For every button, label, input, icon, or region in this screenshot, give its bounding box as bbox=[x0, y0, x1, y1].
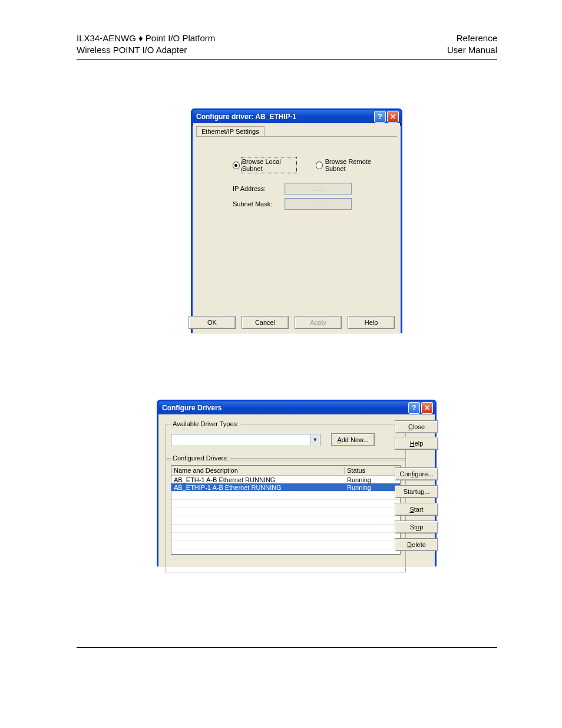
header-left-line1: ILX34-AENWG ♦ Point I/O Platform bbox=[77, 32, 215, 44]
subnet-mask-label: Subnet Mask: bbox=[233, 200, 275, 207]
startup-button[interactable]: Startup... bbox=[395, 485, 438, 498]
configured-drivers-legend: Configured Drivers: bbox=[171, 454, 230, 462]
row-status: Running bbox=[345, 484, 400, 491]
radio-bullet-off-icon bbox=[316, 162, 323, 169]
driver-type-combo[interactable]: ▼ bbox=[171, 434, 320, 446]
ok-button[interactable]: OK bbox=[189, 316, 236, 329]
ip-address-input[interactable]: . . . bbox=[285, 183, 352, 195]
row-status: Running bbox=[345, 476, 400, 483]
available-driver-types-legend: Available Driver Types: bbox=[171, 420, 240, 427]
cancel-button[interactable]: Cancel bbox=[242, 316, 289, 329]
subnet-mask-row: Subnet Mask: . . . bbox=[233, 198, 352, 210]
row-name: AB_ETH-1 A-B Ethernet RUNNING bbox=[171, 476, 345, 483]
stop-button[interactable]: Stop bbox=[395, 521, 438, 533]
col-status-header[interactable]: Status bbox=[345, 467, 400, 474]
header-right-line1: Reference bbox=[447, 32, 497, 44]
titlebar-buttons-2: ? ✕ bbox=[408, 402, 433, 414]
header-left: ILX34-AENWG ♦ Point I/O Platform Wireles… bbox=[77, 32, 215, 57]
header-left-line2: Wireless POINT I/O Adapter bbox=[77, 44, 215, 56]
row-name: AB_ETHIP-1 A-B Ethernet RUNNING bbox=[171, 484, 345, 491]
subnet-mask-input[interactable]: . . . bbox=[285, 198, 352, 210]
subnet-radio-group: Browse Local Subnet Browse Remote Subnet bbox=[233, 158, 385, 172]
tab-panel: Browse Local Subnet Browse Remote Subnet… bbox=[196, 136, 397, 305]
table-row[interactable]: AB_ETH-1 A-B Ethernet RUNNING Running bbox=[171, 476, 400, 483]
delete-button[interactable]: Delete bbox=[395, 538, 438, 551]
chevron-down-icon: ▼ bbox=[310, 435, 320, 445]
driver-list[interactable]: Name and Description Status AB_ETH-1 A-B… bbox=[171, 465, 401, 555]
close-button[interactable]: Close bbox=[395, 420, 438, 433]
configure-driver-title: Configure driver: AB_ETHIP-1 bbox=[196, 113, 296, 121]
help-icon[interactable]: ? bbox=[374, 111, 386, 123]
radio-browse-local[interactable]: Browse Local Subnet bbox=[233, 158, 296, 172]
help-button[interactable]: Help bbox=[348, 316, 395, 329]
ip-address-row: IP Address: . . . bbox=[233, 183, 352, 195]
dialog1-button-bar: OK Cancel Apply Help bbox=[189, 316, 395, 329]
configure-button[interactable]: Configure... bbox=[395, 467, 438, 480]
configured-drivers-group: Configured Drivers: Name and Description… bbox=[166, 454, 406, 572]
header-right: Reference User Manual bbox=[447, 32, 497, 57]
configure-drivers-window: Configure Drivers ? ✕ Available Driver T… bbox=[157, 400, 437, 566]
ip-address-label: IP Address: bbox=[233, 185, 275, 192]
close-icon[interactable]: ✕ bbox=[421, 402, 433, 414]
configure-drivers-titlebar: Configure Drivers ? ✕ bbox=[158, 401, 435, 414]
radio-local-label: Browse Local Subnet bbox=[242, 158, 296, 172]
radio-remote-label: Browse Remote Subnet bbox=[325, 158, 385, 172]
page-header: ILX34-AENWG ♦ Point I/O Platform Wireles… bbox=[77, 32, 497, 60]
driver-list-header: Name and Description Status bbox=[171, 466, 400, 476]
apply-button[interactable]: Apply bbox=[295, 316, 342, 329]
configure-driver-window: Configure driver: AB_ETHIP-1 ? ✕ Etherne… bbox=[191, 108, 402, 333]
add-new-button[interactable]: Add New... bbox=[331, 433, 375, 446]
table-row[interactable]: AB_ETHIP-1 A-B Ethernet RUNNING Running bbox=[171, 483, 400, 491]
configure-driver-titlebar: Configure driver: AB_ETHIP-1 ? ✕ bbox=[193, 110, 401, 123]
header-right-line2: User Manual bbox=[447, 44, 497, 56]
col-name-header[interactable]: Name and Description bbox=[171, 467, 345, 474]
right-button-col-top: Close Help bbox=[395, 420, 430, 450]
configure-drivers-title: Configure Drivers bbox=[162, 404, 222, 412]
radio-browse-remote[interactable]: Browse Remote Subnet bbox=[316, 158, 385, 172]
titlebar-buttons: ? ✕ bbox=[374, 111, 399, 123]
close-icon[interactable]: ✕ bbox=[387, 111, 399, 123]
radio-bullet-on-icon bbox=[233, 162, 240, 169]
right-button-col-bottom: Configure... Startup... Start Stop Delet… bbox=[395, 467, 430, 551]
tab-ethernet-ip-settings[interactable]: Ethernet/IP Settings bbox=[196, 126, 265, 137]
page-footer-rule bbox=[77, 647, 497, 648]
help-button[interactable]: Help bbox=[395, 437, 438, 450]
start-button[interactable]: Start bbox=[395, 503, 438, 516]
tab-strip: Ethernet/IP Settings bbox=[196, 126, 401, 136]
help-icon[interactable]: ? bbox=[408, 402, 420, 414]
